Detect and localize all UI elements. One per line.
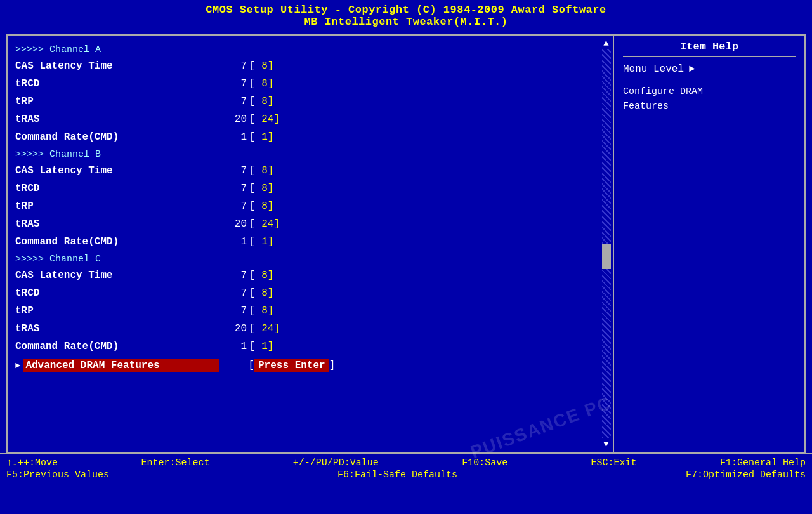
tras-a-val: 20 [218,114,247,125]
trcd-c-label: tRCD [15,287,218,299]
table-row[interactable]: tRAS 20 [ 24] [15,216,605,232]
cmd-b-bracket: [ 1] [249,236,273,247]
table-row[interactable]: CAS Latency Time 7 [ 8] [15,58,605,74]
help-text-line1: Configure DRAM [623,86,703,97]
scroll-down-arrow[interactable]: ▼ [603,439,608,449]
triangle-icon: ► [15,360,20,371]
cmd-b-label: Command Rate(CMD) [15,236,218,247]
table-row[interactable]: tRCD 7 [ 8] [15,285,605,301]
trcd-b-label: tRCD [15,183,218,194]
menu-level-arrow-icon: ► [689,63,695,75]
cmd-a-label: Command Rate(CMD) [15,131,218,143]
table-row[interactable]: tRAS 20 [ 24] [15,320,605,337]
footer-row-2: F5:Previous Values F6:Fail-Safe Defaults… [6,470,806,480]
trp-c-val: 7 [218,305,247,317]
trp-b-label: tRP [15,201,218,212]
advanced-dram-label: Advanced DRAM Features [23,359,219,372]
table-row[interactable]: tRP 7 [ 8] [15,198,605,214]
trcd-a-label: tRCD [15,78,218,89]
cmd-a-val: 1 [218,131,247,143]
menu-level-label: Menu Level [623,63,684,75]
footer-f1: F1:General Help [720,458,806,468]
tras-a-bracket: [ 24] [249,114,280,125]
item-help-title: Item Help [623,41,796,57]
table-row[interactable]: tRCD 7 [ 8] [15,76,605,92]
cas-latency-a-label: CAS Latency Time [15,60,218,72]
footer-f10: F10:Save [462,458,508,468]
cas-latency-a-bracket: [ 8] [249,60,273,72]
table-row[interactable]: tRP 7 [ 8] [15,93,605,110]
header-line2: MB Intelligent Tweaker(M.I.T.) [0,16,812,28]
cmd-a-bracket: [ 1] [249,131,273,143]
left-panel: >>>>> Channel A CAS Latency Time 7 [ 8] … [8,36,614,452]
trcd-c-bracket: [ 8] [249,287,273,299]
cas-latency-b-val: 7 [218,165,247,176]
trp-c-label: tRP [15,305,218,317]
channel-a-header: >>>>> Channel A [15,44,605,55]
channel-c-header: >>>>> Channel C [15,254,605,265]
channel-b-header: >>>>> Channel B [15,149,605,160]
trcd-a-val: 7 [218,78,247,89]
tras-a-label: tRAS [15,114,218,125]
footer: ↑↓++:Move Enter:Select +/-/PU/PD:Value F… [0,453,812,484]
footer-move: ↑↓++:Move [6,458,58,468]
table-row[interactable]: tRAS 20 [ 24] [15,111,605,128]
right-panel: Item Help Menu Level ► Configure DRAM Fe… [614,36,804,452]
tras-c-val: 20 [218,323,247,334]
menu-level-row: Menu Level ► [623,63,796,75]
footer-enter: Enter:Select [141,458,209,468]
footer-f7: F7:Optimized Defaults [686,470,806,480]
table-row[interactable]: CAS Latency Time 7 [ 8] [15,162,605,179]
press-enter-text: Press Enter [254,359,329,372]
cas-latency-a-val: 7 [218,60,247,72]
scroll-track[interactable] [602,49,611,438]
footer-f5: F5:Previous Values [6,470,109,480]
tras-b-label: tRAS [15,218,218,230]
footer-value: +/-/PU/PD:Value [293,458,379,468]
cmd-c-bracket: [ 1] [249,341,273,352]
cmd-c-label: Command Rate(CMD) [15,341,218,352]
tras-c-bracket: [ 24] [249,323,280,334]
tras-c-label: tRAS [15,323,218,334]
trcd-b-bracket: [ 8] [249,183,273,194]
main-container: >>>>> Channel A CAS Latency Time 7 [ 8] … [6,34,806,453]
footer-esc: ESC:Exit [591,458,637,468]
cas-latency-b-bracket: [ 8] [249,165,273,176]
table-row[interactable]: Command Rate(CMD) 1 [ 1] [15,129,605,145]
table-row[interactable]: CAS Latency Time 7 [ 8] [15,267,605,284]
table-row[interactable]: Command Rate(CMD) 1 [ 1] [15,338,605,355]
bios-header: CMOS Setup Utility - Copyright (C) 1984-… [0,0,812,30]
trcd-b-val: 7 [218,183,247,194]
trcd-c-val: 7 [218,287,247,299]
advanced-dram-features-row[interactable]: ► Advanced DRAM Features [Press Enter] [15,357,605,374]
cmd-b-val: 1 [218,236,247,247]
cas-latency-c-val: 7 [218,270,247,281]
trp-b-bracket: [ 8] [249,201,273,212]
cas-latency-b-label: CAS Latency Time [15,165,218,176]
cas-latency-c-label: CAS Latency Time [15,270,218,281]
press-enter-badge[interactable]: [Press Enter] [248,360,335,371]
help-text-line2: Features [623,101,669,112]
trcd-a-bracket: [ 8] [249,78,273,89]
table-row[interactable]: Command Rate(CMD) 1 [ 1] [15,234,605,250]
help-text: Configure DRAM Features [623,85,796,114]
header-line1: CMOS Setup Utility - Copyright (C) 1984-… [0,4,812,16]
trp-a-val: 7 [218,96,247,107]
table-row[interactable]: tRP 7 [ 8] [15,303,605,319]
trp-a-bracket: [ 8] [249,96,273,107]
cas-latency-c-bracket: [ 8] [249,270,273,281]
scroll-up-arrow[interactable]: ▲ [603,38,608,48]
cmd-c-val: 1 [218,341,247,352]
footer-f6: F6:Fail-Safe Defaults [337,470,457,480]
trp-a-label: tRP [15,96,218,107]
footer-row-1: ↑↓++:Move Enter:Select +/-/PU/PD:Value F… [6,458,806,468]
trp-c-bracket: [ 8] [249,305,273,317]
tras-b-val: 20 [218,218,247,230]
table-row[interactable]: tRCD 7 [ 8] [15,180,605,197]
trp-b-val: 7 [218,201,247,212]
tras-b-bracket: [ 24] [249,218,280,230]
scrollbar[interactable]: ▲ ▼ [599,36,613,452]
scroll-thumb[interactable] [602,244,611,269]
